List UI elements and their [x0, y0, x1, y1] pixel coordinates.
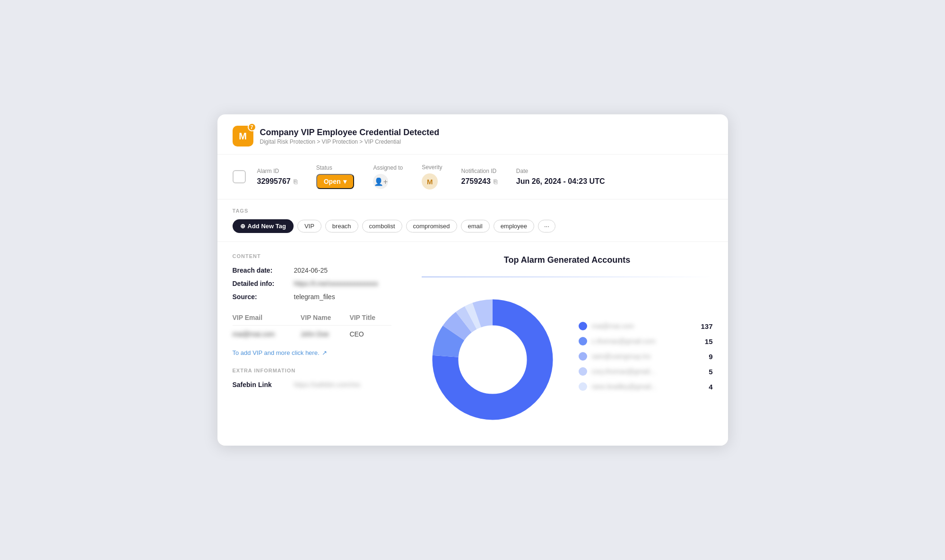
tag-combolist[interactable]: combolist	[362, 220, 402, 233]
legend-count-3: 9	[709, 353, 712, 361]
assigned-field: Assigned to 👤+	[373, 164, 403, 189]
legend-count-5: 4	[709, 383, 712, 391]
notification-value: 2759243 ⎘	[461, 177, 497, 186]
legend-item-5: rane.bradley@gmail... 4	[579, 382, 713, 391]
legend-label-1: mai@mai.com	[592, 322, 696, 330]
legend-count-1: 137	[701, 322, 712, 330]
tag-breach[interactable]: breach	[325, 220, 358, 233]
content-left: CONTENT Breach date: 2024-06-25 Detailed…	[217, 242, 407, 446]
content-section-label: CONTENT	[233, 253, 391, 259]
notification-label: Notification ID	[461, 168, 497, 174]
legend-item-4: cory.thomas@gmail... 5	[579, 367, 713, 376]
severity-avatar: M	[422, 173, 438, 190]
vip-table-row: mai@mai.com John Doe CEO	[233, 326, 391, 343]
tag-more-button[interactable]: ···	[538, 220, 555, 233]
vip-title-cell: CEO	[349, 326, 391, 343]
alarm-id-value: 32995767 ⎘	[257, 177, 297, 186]
tag-email[interactable]: email	[461, 220, 490, 233]
app-icon-letter: M	[239, 131, 247, 142]
add-tag-button[interactable]: ⊕ Add New Tag	[233, 219, 294, 233]
extra-info-label: EXTRA INFORMATION	[233, 368, 391, 373]
vip-table: VIP Email VIP Name VIP Title mai@mai.com…	[233, 310, 391, 343]
vip-email-header: VIP Email	[233, 310, 301, 326]
assign-user-icon[interactable]: 👤+	[373, 174, 388, 189]
content-area: CONTENT Breach date: 2024-06-25 Detailed…	[217, 242, 728, 446]
legend-label-4: cory.thomas@gmail...	[592, 368, 704, 375]
breach-date-key: Breach date:	[233, 267, 294, 274]
alarm-id-label: Alarm ID	[257, 168, 297, 174]
legend-dot-2	[579, 337, 587, 345]
legend-count-2: 15	[705, 337, 713, 345]
legend-item-2: c.thomas@gmail.com 15	[579, 337, 713, 345]
safebin-value: https://safebin.com/res	[294, 381, 361, 388]
page-title: Company VIP Employee Credential Detected	[260, 128, 440, 138]
breach-date-value: 2024-06-25	[294, 267, 328, 274]
legend-item-3: sam@usergroup.inc 9	[579, 352, 713, 361]
chart-divider	[422, 276, 713, 277]
chart-legend: mai@mai.com 137 c.thomas@gmail.com 15 sa…	[579, 322, 713, 397]
vip-link[interactable]: To add VIP and more click here. ↗	[233, 349, 391, 356]
detailed-info-row: Detailed info: https://t.me/xxxxxxxxxxxx…	[233, 280, 391, 287]
detailed-info-value: https://t.me/xxxxxxxxxxxxxxx	[294, 280, 378, 287]
date-label: Date	[516, 168, 605, 174]
breadcrumb: Digital Risk Protection > VIP Protection…	[260, 138, 440, 145]
legend-dot-1	[579, 322, 587, 330]
notification-field: Notification ID 2759243 ⎘	[461, 168, 497, 186]
status-label: Status	[316, 164, 355, 171]
tags-section: TAGS ⊕ Add New Tag VIP breach combolist …	[217, 199, 728, 242]
severity-label: Severity	[422, 164, 442, 171]
legend-label-2: c.thomas@gmail.com	[592, 337, 700, 345]
notification-badge: 7	[248, 123, 256, 131]
detailed-info-key: Detailed info:	[233, 280, 294, 287]
tag-compromised[interactable]: compromised	[406, 220, 457, 233]
status-field: Status Open ▾	[316, 164, 355, 189]
donut-hole	[459, 326, 527, 394]
legend-count-4: 5	[709, 368, 712, 376]
source-row: Source: telegram_files	[233, 293, 391, 301]
vip-name-header: VIP Name	[301, 310, 350, 326]
alarm-id-field: Alarm ID 32995767 ⎘	[257, 168, 297, 186]
extra-info-section: EXTRA INFORMATION Safebin Link https://s…	[233, 368, 391, 388]
app-icon: M 7	[233, 126, 253, 146]
tags-label: TAGS	[233, 208, 713, 214]
legend-dot-4	[579, 367, 587, 376]
chart-panel: Top Alarm Generated Accounts	[407, 242, 728, 446]
alarm-id-copy-icon[interactable]: ⎘	[294, 178, 297, 185]
breach-date-row: Breach date: 2024-06-25	[233, 267, 391, 274]
source-key: Source:	[233, 293, 294, 301]
legend-label-3: sam@usergroup.inc	[592, 353, 704, 360]
source-value: telegram_files	[294, 293, 335, 301]
severity-field: Severity M	[422, 164, 442, 190]
card-header: M 7 Company VIP Employee Credential Dete…	[217, 114, 728, 155]
alarm-checkbox[interactable]	[233, 170, 246, 183]
date-value: Jun 26, 2024 - 04:23 UTC	[516, 177, 605, 186]
date-field: Date Jun 26, 2024 - 04:23 UTC	[516, 168, 605, 186]
donut-chart	[422, 289, 564, 431]
legend-item-1: mai@mai.com 137	[579, 322, 713, 330]
vip-title-header: VIP Title	[349, 310, 391, 326]
chart-content: mai@mai.com 137 c.thomas@gmail.com 15 sa…	[422, 289, 713, 431]
tag-vip[interactable]: VIP	[297, 220, 321, 233]
legend-dot-5	[579, 382, 587, 391]
tags-row: ⊕ Add New Tag VIP breach combolist compr…	[233, 219, 713, 233]
legend-label-5: rane.bradley@gmail...	[592, 383, 704, 390]
donut-svg	[422, 289, 564, 431]
legend-dot-3	[579, 352, 587, 361]
chart-title: Top Alarm Generated Accounts	[422, 255, 713, 265]
assigned-label: Assigned to	[373, 164, 403, 171]
vip-name-cell: John Doe	[301, 326, 350, 343]
alarm-info-row: Alarm ID 32995767 ⎘ Status Open ▾ Assign…	[217, 155, 728, 199]
status-badge[interactable]: Open ▾	[316, 174, 355, 189]
header-text: Company VIP Employee Credential Detected…	[260, 128, 440, 145]
safebin-key: Safebin Link	[233, 381, 294, 388]
tag-employee[interactable]: employee	[494, 220, 534, 233]
main-card: M 7 Company VIP Employee Credential Dete…	[217, 114, 728, 446]
vip-email-cell: mai@mai.com	[233, 326, 301, 343]
safebin-row: Safebin Link https://safebin.com/res	[233, 381, 391, 388]
notification-copy-icon[interactable]: ⎘	[494, 178, 497, 185]
